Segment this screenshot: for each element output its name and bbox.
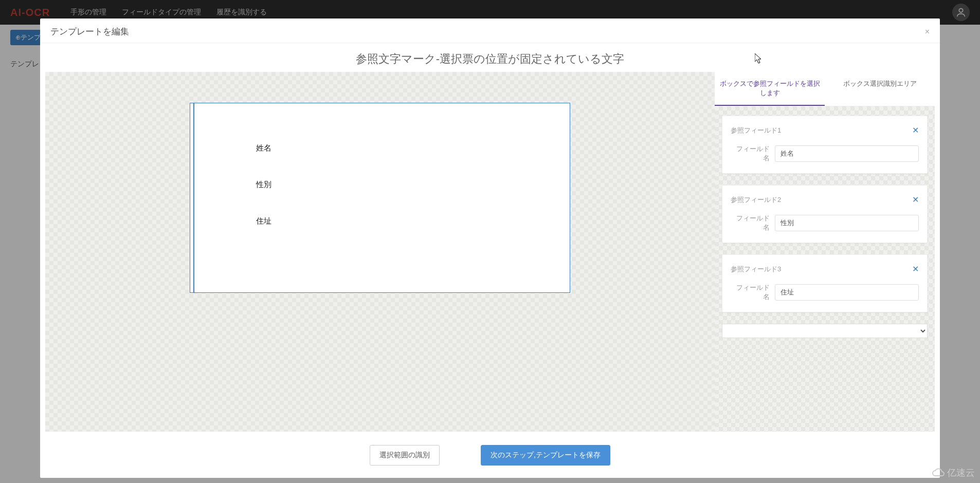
doc-field-gender: 性別 xyxy=(256,180,570,190)
field-name-input[interactable] xyxy=(775,215,919,231)
canvas-area[interactable]: 姓名 性別 住址 xyxy=(45,72,715,432)
close-icon[interactable]: ✕ xyxy=(912,195,919,205)
edit-template-modal: テンプレートを編集 × 参照文字マーク-選択票の位置が固定されている文字 姓名 … xyxy=(40,18,940,478)
doc-left-border xyxy=(193,103,194,292)
add-field-select[interactable] xyxy=(722,324,928,338)
modal-footer: 選択範囲の識別 次のステップ,テンプレートを保存 xyxy=(40,432,940,478)
card-title: 参照フィールド2 xyxy=(731,195,781,205)
doc-field-address: 住址 xyxy=(256,216,570,226)
close-icon[interactable]: ✕ xyxy=(912,125,919,135)
field-name-label: フィールド名 xyxy=(731,214,770,232)
next-step-save-button[interactable]: 次のステップ,テンプレートを保存 xyxy=(481,445,610,466)
reference-field-card-3: 参照フィールド3 ✕ フィールド名 xyxy=(722,254,928,312)
card-title: 参照フィールド1 xyxy=(731,126,781,135)
workspace: 姓名 性別 住址 ボックスで参照フィールドを選択します ボックス選択識別エリア … xyxy=(45,72,935,432)
tab-select-reference[interactable]: ボックスで参照フィールドを選択します xyxy=(715,72,825,106)
recognize-selection-button[interactable]: 選択範囲の識別 xyxy=(370,445,440,466)
reference-field-card-1: 参照フィールド1 ✕ フィールド名 xyxy=(722,116,928,174)
field-name-input[interactable] xyxy=(775,145,919,162)
modal-subtitle: 参照文字マーク-選択票の位置が固定されている文字 xyxy=(40,43,940,72)
doc-field-name: 姓名 xyxy=(256,143,570,153)
modal-title: テンプレートを編集 xyxy=(50,26,129,38)
reference-field-card-2: 参照フィールド2 ✕ フィールド名 xyxy=(722,185,928,243)
document-preview[interactable]: 姓名 性別 住址 xyxy=(190,103,570,293)
close-icon[interactable]: × xyxy=(925,27,930,36)
close-icon[interactable]: ✕ xyxy=(912,264,919,274)
field-name-label: フィールド名 xyxy=(731,283,770,302)
card-title: 参照フィールド3 xyxy=(731,265,781,274)
right-panel: ボックスで参照フィールドを選択します ボックス選択識別エリア 参照フィールド1 … xyxy=(715,72,935,432)
field-list[interactable]: 参照フィールド1 ✕ フィールド名 参照フィールド2 ✕ フィールド名 xyxy=(715,106,935,432)
field-name-label: フィールド名 xyxy=(731,144,770,163)
doc-content: 姓名 性別 住址 xyxy=(190,103,570,226)
field-name-input[interactable] xyxy=(775,284,919,301)
tabs: ボックスで参照フィールドを選択します ボックス選択識別エリア xyxy=(715,72,935,106)
modal-header: テンプレートを編集 × xyxy=(40,18,940,43)
watermark: 亿速云 xyxy=(932,467,975,479)
cloud-icon xyxy=(932,468,945,477)
tab-recognition-area[interactable]: ボックス選択識別エリア xyxy=(825,72,935,106)
